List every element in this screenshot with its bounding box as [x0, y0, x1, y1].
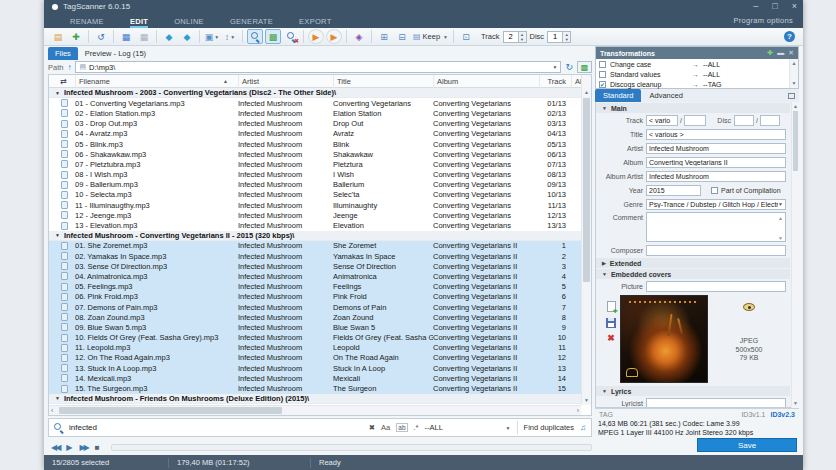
- section-embedded-covers[interactable]: ▼ Embedded covers: [596, 269, 790, 279]
- undo-icon[interactable]: ↺: [93, 29, 109, 44]
- tab-preview-log[interactable]: Preview - Log (15): [78, 47, 153, 60]
- transformation-checkbox[interactable]: ✔: [599, 81, 606, 88]
- file-row[interactable]: 12. On The Road Again.mp3Infected Mushro…: [49, 353, 581, 363]
- clear-selection-icon[interactable]: ▦: [136, 29, 152, 44]
- whole-word-button[interactable]: ab: [396, 423, 407, 432]
- lyricist-field[interactable]: [646, 398, 786, 409]
- preview-icon[interactable]: [247, 29, 263, 44]
- file-row[interactable]: 13. Stuck In A Loop.mp3Infected Mushroom…: [49, 363, 581, 373]
- file-row[interactable]: 02 - Elation Station.mp3Infected Mushroo…: [49, 108, 581, 118]
- file-row[interactable]: 05. Feelings.mp3Infected MushroomFeeling…: [49, 282, 581, 292]
- close-button[interactable]: ×: [792, 0, 797, 13]
- editor-scroll-down-icon[interactable]: ▼: [792, 399, 799, 408]
- vertical-scrollbar[interactable]: ▲ ▼: [581, 88, 591, 405]
- section-extended[interactable]: ▶ Extended: [596, 258, 790, 268]
- file-row[interactable]: 04 - Avratz.mp3Infected MushroomAvratzCo…: [49, 129, 581, 139]
- comment-field[interactable]: [646, 212, 786, 242]
- file-row[interactable]: 03. Sense Of Direction.mp3Infected Mushr…: [49, 261, 581, 271]
- file-row[interactable]: 10. Fields Of Grey (Feat. Sasha Grey).mp…: [49, 333, 581, 343]
- group-header[interactable]: ▼Infected Mushroom - Converting Vegetari…: [49, 231, 581, 241]
- scroll-up-icon[interactable]: ▲: [582, 88, 591, 97]
- id3v2-label[interactable]: ID3v2.3: [770, 411, 795, 418]
- track-spinner-input[interactable]: [503, 31, 519, 43]
- column-header-album[interactable]: Album: [433, 75, 539, 88]
- transformation-checkbox[interactable]: [599, 61, 606, 68]
- sort-menu-icon[interactable]: ↕▼: [222, 29, 238, 44]
- file-row[interactable]: 11 - Illuminaugthy.mp3Infected MushroomI…: [49, 200, 581, 210]
- artist-field[interactable]: [646, 143, 786, 154]
- find-duplicates-button[interactable]: Find duplicates: [524, 423, 574, 432]
- column-header-track[interactable]: Track: [539, 75, 571, 88]
- search-input[interactable]: [69, 420, 363, 435]
- open-files-icon[interactable]: ▤: [50, 29, 66, 44]
- file-row[interactable]: 02. Yamakas In Space.mp3Infected Mushroo…: [49, 251, 581, 261]
- play-button[interactable]: ▶: [66, 443, 72, 452]
- disc-spinner-input[interactable]: [547, 31, 563, 43]
- file-row[interactable]: 09 - Ballerium.mp3Infected MushroomBalle…: [49, 180, 581, 190]
- tab-advanced[interactable]: Advanced: [641, 89, 690, 102]
- play-external-icon[interactable]: ▶: [326, 29, 342, 44]
- window-layout-alt-icon[interactable]: ⊟: [394, 29, 410, 44]
- tab-standard[interactable]: Standard: [595, 89, 641, 102]
- fast-forward-button[interactable]: ▶▶: [79, 443, 87, 452]
- disc-spinner[interactable]: ▲▼: [547, 31, 571, 43]
- refresh-icon[interactable]: ↻: [565, 62, 573, 72]
- comment-scroll-down-icon[interactable]: ▼: [778, 235, 783, 241]
- window-layout-icon[interactable]: ⊞: [376, 29, 392, 44]
- save-button[interactable]: Save: [697, 438, 797, 452]
- browse-folder-button[interactable]: ▩: [577, 61, 592, 73]
- tools-icon[interactable]: ◈: [351, 29, 367, 44]
- transform-scroll-up-icon[interactable]: ▲: [790, 59, 798, 68]
- path-combobox[interactable]: ▤ D:\mp3\ ▼: [75, 61, 561, 73]
- transformation-item[interactable]: ✔Discogs cleanup→--TAG: [596, 79, 798, 89]
- menu-generate[interactable]: GENERATE: [230, 13, 273, 28]
- path-dropdown-icon[interactable]: ▼: [553, 64, 558, 70]
- save-tags-icon[interactable]: ⊡: [458, 29, 474, 44]
- minimize-button[interactable]: –: [753, 0, 758, 13]
- file-row[interactable]: 14. Mexicali.mp3Infected MushroomMexical…: [49, 373, 581, 383]
- genre-select[interactable]: Psy-Trance / Dubstep / Glitch Hop / Elec…: [646, 199, 786, 210]
- seek-bar[interactable]: [111, 444, 592, 451]
- horizontal-scrollbar-thumb[interactable]: [59, 407, 282, 414]
- transformation-checkbox[interactable]: [599, 71, 606, 78]
- album-artist-field[interactable]: [646, 171, 786, 182]
- scroll-down-icon[interactable]: ▼: [582, 396, 591, 405]
- menu-online[interactable]: ONLINE: [174, 13, 204, 28]
- maximize-button[interactable]: □: [772, 0, 777, 13]
- disc-spinner-arrows[interactable]: ▲▼: [563, 31, 571, 43]
- view-cover-icon[interactable]: [743, 303, 755, 311]
- transformations-scrollbar[interactable]: ▲ ▼: [789, 59, 798, 88]
- title-field[interactable]: [646, 129, 786, 140]
- transform-close-icon[interactable]: ✕: [788, 49, 794, 57]
- transformation-item[interactable]: Standard values→--ALL: [596, 69, 798, 79]
- editor-scroll-up-icon[interactable]: ▲: [792, 102, 799, 111]
- track-total-field[interactable]: [684, 115, 706, 126]
- tab-files[interactable]: Files: [48, 47, 78, 60]
- menu-edit[interactable]: EDIT: [130, 13, 148, 28]
- column-header-title[interactable]: Title: [333, 75, 433, 88]
- add-cover-icon[interactable]: [607, 301, 616, 312]
- file-row[interactable]: 04. Animatronica.mp3Infected MushroomAni…: [49, 271, 581, 281]
- shuffle-icon[interactable]: ⇄: [60, 77, 67, 86]
- stop-button[interactable]: ■: [95, 443, 100, 452]
- file-row[interactable]: 11. Leopold.mp3Infected MushroomLeopoldC…: [49, 343, 581, 353]
- panel-pin-icon[interactable]: [788, 93, 795, 99]
- section-main[interactable]: ▼ Main: [596, 103, 790, 113]
- composer-field[interactable]: [646, 245, 786, 256]
- file-row[interactable]: 07 - Pletztubra.mp3Infected MushroomPlet…: [49, 159, 581, 169]
- selection-menu-icon[interactable]: ▣▼: [204, 29, 220, 44]
- editor-scrollbar-thumb[interactable]: [793, 111, 798, 171]
- rewind-button[interactable]: ◀◀: [51, 443, 59, 452]
- scroll-left-icon[interactable]: ‹: [51, 406, 53, 415]
- disc-total-field[interactable]: [760, 115, 780, 126]
- match-case-button[interactable]: Aa: [381, 423, 390, 432]
- file-row[interactable]: 06. Pink Froid.mp3Infected MushroomPink …: [49, 292, 581, 302]
- menu-export[interactable]: EXPORT: [299, 13, 332, 28]
- file-row[interactable]: 13 - Elevation.mp3Infected MushroomEleva…: [49, 220, 581, 230]
- transform-settings-icon[interactable]: ✚: [767, 49, 773, 57]
- next-file-icon[interactable]: ◆: [179, 29, 195, 44]
- column-header-filename[interactable]: Filename ▲: [75, 75, 238, 88]
- file-row[interactable]: 09. Blue Swan 5.mp3Infected MushroomBlue…: [49, 322, 581, 332]
- section-lyrics[interactable]: ▼ Lyrics: [596, 386, 790, 396]
- horizontal-scrollbar[interactable]: ‹ ›: [49, 405, 581, 415]
